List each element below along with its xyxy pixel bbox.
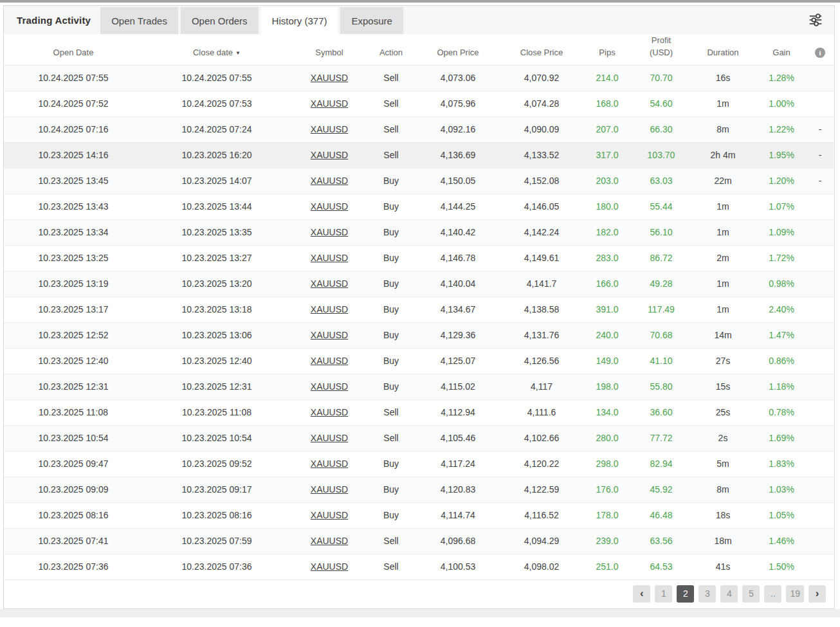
filter-settings-button[interactable]	[797, 6, 834, 34]
symbol-link[interactable]: XAUUSD	[311, 150, 348, 160]
cell-close_date: 10.23.2025 13:06	[143, 322, 291, 348]
cell-note	[807, 91, 834, 116]
symbol-link[interactable]: XAUUSD	[311, 561, 348, 572]
table-row[interactable]: 10.23.2025 12:3110.23.2025 12:31XAUUSDBu…	[4, 374, 834, 399]
pagination-page-2[interactable]: 2	[677, 585, 694, 603]
table-row[interactable]: 10.23.2025 08:1610.23.2025 08:16XAUUSDBu…	[4, 502, 834, 528]
pagination-prev-button[interactable]: ‹	[633, 585, 650, 603]
symbol-link[interactable]: XAUUSD	[311, 201, 348, 212]
column-header-profit[interactable]: Profit (USD)	[633, 34, 689, 65]
cell-pips: 182.0	[581, 219, 633, 245]
cell-close_price: 4,142.24	[502, 219, 581, 245]
cell-open_date: 10.23.2025 12:52	[4, 322, 143, 348]
symbol-link[interactable]: XAUUSD	[311, 459, 348, 469]
column-header-note[interactable]: i	[807, 34, 834, 65]
cell-profit: 41.10	[633, 348, 689, 374]
column-header-duration[interactable]: Duration	[689, 34, 756, 65]
table-row[interactable]: 10.23.2025 13:1910.23.2025 13:20XAUUSDBu…	[4, 271, 834, 296]
cell-note	[807, 271, 834, 296]
pagination-next-button[interactable]: ›	[808, 585, 826, 603]
cell-symbol: XAUUSD	[291, 528, 368, 554]
cell-action: Sell	[368, 399, 414, 425]
column-header-close_date[interactable]: Close date▼	[143, 34, 291, 65]
table-row[interactable]: 10.23.2025 09:0910.23.2025 09:17XAUUSDBu…	[4, 477, 834, 502]
symbol-link[interactable]: XAUUSD	[311, 433, 348, 443]
tab-exposure[interactable]: Exposure	[340, 7, 403, 34]
table-row[interactable]: 10.23.2025 13:1710.23.2025 13:18XAUUSDBu…	[4, 296, 834, 322]
symbol-link[interactable]: XAUUSD	[311, 176, 348, 186]
cell-symbol: XAUUSD	[291, 502, 368, 528]
symbol-link[interactable]: XAUUSD	[311, 98, 348, 109]
pagination-ellipsis: ..	[764, 585, 781, 603]
column-header-open_price[interactable]: Open Price	[414, 34, 502, 65]
cell-close_date: 10.23.2025 09:17	[143, 477, 291, 502]
symbol-link[interactable]: XAUUSD	[311, 253, 348, 263]
cell-pips: 166.0	[581, 271, 633, 296]
symbol-link[interactable]: XAUUSD	[311, 407, 348, 417]
cell-gain: 1.22%	[756, 116, 807, 142]
pagination-page-5[interactable]: 5	[742, 585, 760, 603]
pagination-page-19[interactable]: 19	[786, 585, 804, 603]
symbol-link[interactable]: XAUUSD	[311, 278, 348, 289]
trading-activity-panel: Trading Activity Open TradesOpen OrdersH…	[3, 5, 835, 609]
cell-note	[807, 348, 834, 374]
symbol-link[interactable]: XAUUSD	[311, 227, 348, 237]
column-header-gain[interactable]: Gain	[756, 34, 807, 65]
tab-open-orders[interactable]: Open Orders	[181, 7, 259, 34]
table-row[interactable]: 10.23.2025 11:0810.23.2025 11:08XAUUSDSe…	[4, 399, 834, 425]
cell-gain: 1.47%	[756, 322, 807, 348]
pagination-page-4[interactable]: 4	[720, 585, 738, 603]
cell-open_date: 10.23.2025 10:54	[4, 425, 143, 451]
table-row[interactable]: 10.24.2025 07:5510.24.2025 07:55XAUUSDSe…	[4, 65, 834, 91]
symbol-link[interactable]: XAUUSD	[311, 330, 348, 340]
symbol-link[interactable]: XAUUSD	[311, 124, 348, 134]
info-icon[interactable]: i	[815, 48, 825, 58]
table-row[interactable]: 10.24.2025 07:5210.24.2025 07:53XAUUSDSe…	[4, 91, 834, 116]
cell-duration: 14m	[689, 322, 756, 348]
table-row[interactable]: 10.23.2025 13:3410.23.2025 13:35XAUUSDBu…	[4, 219, 834, 245]
tab-history-377[interactable]: History (377)	[261, 7, 338, 34]
symbol-link[interactable]: XAUUSD	[311, 381, 348, 392]
table-row[interactable]: 10.23.2025 12:4010.23.2025 12:40XAUUSDBu…	[4, 348, 834, 374]
column-header-symbol[interactable]: Symbol	[291, 34, 368, 65]
cell-duration: 1m	[689, 91, 756, 116]
cell-action: Sell	[368, 554, 414, 579]
symbol-link[interactable]: XAUUSD	[311, 304, 348, 314]
cell-duration: 1m	[689, 271, 756, 296]
table-row[interactable]: 10.24.2025 07:1610.24.2025 07:24XAUUSDSe…	[4, 116, 834, 142]
symbol-link[interactable]: XAUUSD	[311, 536, 348, 546]
pagination-page-1[interactable]: 1	[655, 585, 672, 603]
symbol-link[interactable]: XAUUSD	[311, 510, 348, 520]
cell-profit: 36.60	[633, 399, 689, 425]
column-header-action[interactable]: Action	[368, 34, 414, 65]
column-header-pips[interactable]: Pips	[581, 34, 633, 65]
cell-open_date: 10.23.2025 12:40	[4, 348, 143, 374]
cell-note: -	[807, 142, 834, 168]
column-header-close_price[interactable]: Close Price	[502, 34, 581, 65]
cell-close_price: 4,111.6	[502, 399, 581, 425]
table-row[interactable]: 10.23.2025 09:4710.23.2025 09:52XAUUSDBu…	[4, 451, 834, 477]
cell-pips: 298.0	[581, 451, 633, 477]
symbol-link[interactable]: XAUUSD	[311, 356, 348, 366]
cell-close_date: 10.23.2025 07:36	[143, 554, 291, 579]
table-row[interactable]: 10.23.2025 14:1610.23.2025 16:20XAUUSDSe…	[4, 142, 834, 168]
cell-open_price: 4,120.83	[414, 477, 502, 502]
symbol-link[interactable]: XAUUSD	[311, 73, 348, 83]
cell-close_date: 10.23.2025 13:35	[143, 219, 291, 245]
table-row[interactable]: 10.23.2025 10:5410.23.2025 10:54XAUUSDSe…	[4, 425, 834, 451]
cell-symbol: XAUUSD	[291, 374, 368, 399]
column-header-open_date[interactable]: Open Date	[4, 34, 143, 65]
cell-symbol: XAUUSD	[291, 245, 368, 271]
cell-pips: 240.0	[581, 322, 633, 348]
table-row[interactable]: 10.23.2025 07:3610.23.2025 07:36XAUUSDSe…	[4, 554, 834, 579]
table-row[interactable]: 10.23.2025 07:4110.23.2025 07:59XAUUSDSe…	[4, 528, 834, 554]
pagination-page-3[interactable]: 3	[698, 585, 716, 603]
table-row[interactable]: 10.23.2025 12:5210.23.2025 13:06XAUUSDBu…	[4, 322, 834, 348]
symbol-link[interactable]: XAUUSD	[311, 484, 348, 495]
cell-open_date: 10.23.2025 07:41	[4, 528, 143, 554]
cell-open_price: 4,136.69	[414, 142, 502, 168]
table-row[interactable]: 10.23.2025 13:4310.23.2025 13:44XAUUSDBu…	[4, 194, 834, 219]
tab-open-trades[interactable]: Open Trades	[100, 7, 178, 34]
table-row[interactable]: 10.23.2025 13:2510.23.2025 13:27XAUUSDBu…	[4, 245, 834, 271]
table-row[interactable]: 10.23.2025 13:4510.23.2025 14:07XAUUSDBu…	[4, 168, 834, 194]
